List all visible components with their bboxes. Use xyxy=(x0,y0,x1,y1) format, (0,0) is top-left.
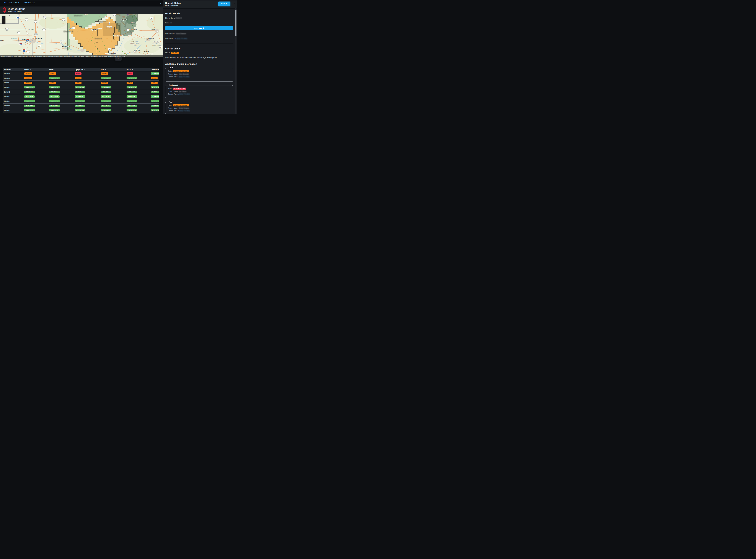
district-5-marker[interactable]: 5 xyxy=(108,22,110,25)
scroll-up-icon[interactable]: ▲ xyxy=(235,8,237,9)
district-cell: District 6 xyxy=(3,77,23,79)
status-cell: OPERATIONAL xyxy=(23,105,48,107)
fuel-cell: OPERATIONAL xyxy=(100,77,125,80)
city-dot xyxy=(157,31,158,32)
city-dot xyxy=(115,37,115,38)
us-route-shield-136: 136 xyxy=(62,19,65,21)
map-zoom-control: + − xyxy=(2,16,5,24)
table-body: District 5IMPACTEDLIMITEDNON-OPLIMITEDNO… xyxy=(3,71,159,113)
svg-text:68: 68 xyxy=(151,18,152,19)
status-badge: OPERATIONAL xyxy=(127,100,137,103)
area-label: Refuge xyxy=(133,44,137,46)
equipment-contact-phone-row: Contact Phone: (815) 771-0911 xyxy=(168,93,231,95)
column-header-staff[interactable]: Staff xyxy=(48,69,73,71)
table-row[interactable]: District 8OPERATIONALOPERATIONALOPERATIO… xyxy=(3,104,159,108)
status-badge: OPERATIONAL xyxy=(127,105,137,107)
location-row: Location: xyxy=(165,22,233,24)
table-row[interactable]: District 6IMPACTEDOPERATIONALLIMITEDOPER… xyxy=(3,76,159,81)
status-badge: OPERATIONAL xyxy=(49,77,60,80)
table-row[interactable]: District 7IMPACTEDLIMITEDLIMITEDLIMITEDL… xyxy=(3,81,159,85)
column-header-district[interactable]: District xyxy=(3,69,23,71)
city-dot xyxy=(106,19,106,20)
column-header-equipment[interactable]: Equipment xyxy=(73,69,100,71)
column-header-status[interactable]: Status xyxy=(23,69,48,71)
city-label-jefferson-city: Jefferson City xyxy=(62,46,70,47)
district-table: DistrictStatusStaffEquipmentFuelPowerCom… xyxy=(3,68,159,112)
open-map-button[interactable]: OPEN MAP xyxy=(165,26,233,30)
close-icon[interactable]: ✕ xyxy=(159,2,162,5)
fuel-contact-phone-row: Contact Phone: (815) 771-0911 xyxy=(168,110,231,112)
table-row[interactable]: District 1OPERATIONALOPERATIONALOPERATIO… xyxy=(3,85,159,90)
page-header: District Status DAILY OPERATIONS xyxy=(0,6,163,14)
communication-cell: OPERATIONAL xyxy=(150,86,159,88)
status-badge: LIMITED xyxy=(101,82,108,84)
table-row[interactable]: District 5IMPACTEDLIMITEDNON-OPLIMITEDNO… xyxy=(3,71,159,76)
contact-phone-link[interactable]: (815) 771-0911 xyxy=(177,38,187,40)
table-row[interactable]: District 9OPERATIONALOPERATIONALOPERATIO… xyxy=(3,108,159,112)
staff-section: Staff Status: LIMITED FUNCTIONALITY Cont… xyxy=(165,68,233,82)
panel-scrollbar-thumb[interactable] xyxy=(236,9,237,36)
edit-button[interactable]: EDIT ✎ xyxy=(218,1,230,6)
svg-text:24: 24 xyxy=(114,14,115,16)
tab-dashboard[interactable]: DASHBOARD xyxy=(24,2,36,4)
column-header-communication[interactable]: Communication xyxy=(150,69,159,71)
city-dot xyxy=(25,42,26,43)
fuel-phone-link[interactable]: (815) 771-0911 xyxy=(179,110,190,112)
power-cell: NON-OP xyxy=(125,72,150,75)
staff-contact-name-row: Contact Name: John Benedict xyxy=(168,73,231,75)
city-label-peoria: Peoria xyxy=(84,14,88,16)
table-row[interactable]: District 4OPERATIONALOPERATIONALOPERATIO… xyxy=(3,99,159,104)
city-dot xyxy=(130,31,131,32)
communication-cell: OPERATIONAL xyxy=(150,109,159,111)
power-cell: OPERATIONAL xyxy=(125,95,150,98)
zoom-out-button[interactable]: − xyxy=(2,20,5,24)
equipment-status-badge: NON-OPERATIONAL xyxy=(173,88,186,90)
city-label-st-joseph: St. Joseph xyxy=(28,29,34,30)
power-cell: OPERATIONAL xyxy=(125,77,150,80)
status-badge: OPERATIONAL xyxy=(49,109,60,111)
table-row[interactable]: District 3OPERATIONALOPERATIONALOPERATIO… xyxy=(3,94,159,99)
more-options-icon[interactable]: ⋯ xyxy=(232,2,236,6)
status-badge: OPERATIONAL xyxy=(127,77,137,80)
table-row[interactable]: District 2OPERATIONALOPERATIONALOPERATIO… xyxy=(3,90,159,94)
status-badge: OPERATIONAL xyxy=(127,86,137,88)
equipment-status-row: Status: NON-OPERATIONAL xyxy=(168,88,231,90)
status-badge: OPERATIONAL xyxy=(24,100,35,103)
city-dot xyxy=(27,33,28,34)
status-badge: NON-OP xyxy=(127,72,133,75)
city-label-kokomo: Kokomo xyxy=(105,17,109,19)
map-pin-icon xyxy=(203,27,205,29)
tab-district-status[interactable]: DISTRICT STATUS xyxy=(4,2,20,4)
district-map[interactable]: 2971691361363636756770354963635424224406… xyxy=(0,14,163,57)
staff-phone-link[interactable]: (815) 771-0911 xyxy=(179,76,190,77)
city-label-topeka: Topeka xyxy=(22,39,26,40)
equipment-section: Equipment Status: NON-OPERATIONAL Contac… xyxy=(165,85,233,98)
equipment-phone-link[interactable]: (815) 771-0911 xyxy=(179,93,190,95)
svg-text:136: 136 xyxy=(44,17,46,18)
city-label-muncie: Muncie xyxy=(131,22,135,23)
notes-row: Notes: Flooding has cause generators to … xyxy=(165,57,233,59)
status-badge: OPERATIONAL xyxy=(101,105,111,107)
collapse-map-button[interactable]: ▲ xyxy=(115,57,122,61)
status-badge: OPERATIONAL xyxy=(49,86,60,88)
status-badge: OPERATIONAL xyxy=(101,77,111,80)
column-header-fuel[interactable]: Fuel xyxy=(100,69,125,71)
fuel-cell: LIMITED xyxy=(100,72,125,75)
zoom-in-button[interactable]: + xyxy=(2,16,5,20)
staff-contact-phone-row: Contact Phone (815) 771-0911 xyxy=(168,76,231,77)
city-dot xyxy=(93,31,94,31)
status-cell: OPERATIONAL xyxy=(23,100,48,103)
status-badge: OPERATIONAL xyxy=(151,86,159,88)
active-tab-underline xyxy=(2,6,22,6)
sort-icon xyxy=(105,69,106,70)
district-cell: District 5 xyxy=(3,73,23,74)
equipment-cell: OPERATIONAL xyxy=(73,95,100,98)
power-cell: LIMITED xyxy=(125,82,150,84)
equipment-cell: OPERATIONAL xyxy=(73,86,100,88)
svg-text:136: 136 xyxy=(63,20,64,21)
city-label-lafayette: Lafayette xyxy=(121,19,127,20)
contact-phone-row: Contact Phone: (815) 771-0911 xyxy=(165,38,233,40)
column-header-power[interactable]: Power xyxy=(125,69,150,71)
power-cell: OPERATIONAL xyxy=(125,100,150,103)
status-badge: OPERATIONAL xyxy=(75,86,85,88)
